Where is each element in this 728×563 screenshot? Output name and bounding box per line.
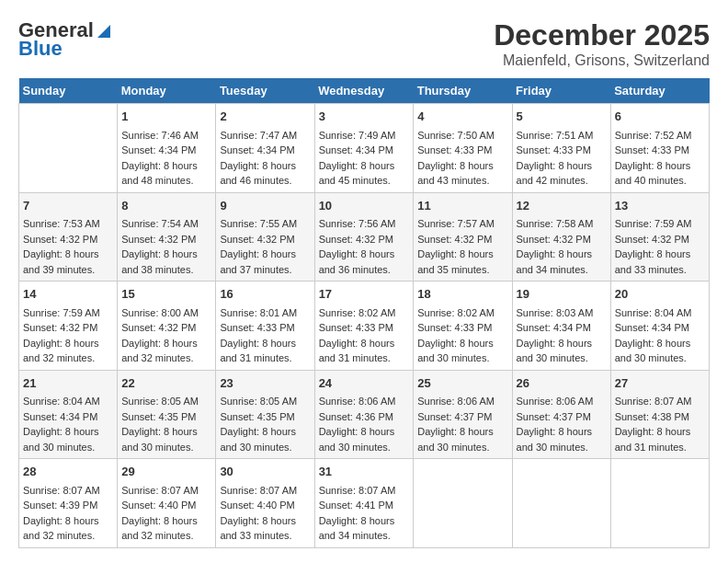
calendar-week-row: 28Sunrise: 8:07 AMSunset: 4:39 PMDayligh… [19, 459, 710, 548]
day-number: 23 [220, 374, 310, 393]
calendar-week-row: 14Sunrise: 7:59 AMSunset: 4:32 PMDayligh… [19, 282, 710, 371]
calendar-cell: 11Sunrise: 7:57 AMSunset: 4:32 PMDayligh… [414, 192, 512, 282]
day-info-line: and 37 minutes. [220, 262, 310, 278]
day-info-line: Daylight: 8 hours [517, 424, 607, 440]
day-info-line: and 36 minutes. [319, 262, 410, 278]
day-info-line: Sunrise: 7:49 AM [319, 128, 410, 144]
day-info-line: Sunrise: 8:07 AM [220, 483, 310, 499]
day-info-line: and 32 minutes. [121, 350, 211, 366]
calendar-cell: 17Sunrise: 8:02 AMSunset: 4:33 PMDayligh… [314, 282, 414, 371]
day-info-line: Sunset: 4:37 PM [517, 409, 607, 425]
calendar-week-row: 7Sunrise: 7:53 AMSunset: 4:32 PMDaylight… [19, 192, 710, 282]
day-info-line: Sunset: 4:33 PM [517, 143, 607, 158]
logo: General Blue [18, 18, 112, 61]
day-number: 26 [517, 374, 607, 393]
day-info-line: Daylight: 8 hours [517, 336, 607, 351]
day-number: 2 [220, 108, 310, 126]
day-number: 22 [121, 374, 211, 393]
day-info-line: Sunset: 4:40 PM [121, 498, 211, 513]
day-info-line: Sunrise: 7:50 AM [417, 128, 507, 144]
day-info-line: Sunset: 4:34 PM [615, 320, 705, 336]
day-info-line: Sunrise: 8:02 AM [319, 305, 410, 321]
weekday-header: Saturday [610, 78, 709, 104]
day-info-line: Sunrise: 7:55 AM [220, 216, 310, 232]
calendar-cell: 12Sunrise: 7:58 AMSunset: 4:32 PMDayligh… [512, 192, 610, 282]
calendar-cell: 23Sunrise: 8:05 AMSunset: 4:35 PMDayligh… [216, 370, 314, 459]
day-number: 8 [121, 197, 211, 215]
day-info-line: and 30 minutes. [615, 350, 705, 366]
day-number: 3 [319, 108, 410, 126]
day-info-line: and 46 minutes. [220, 173, 310, 189]
calendar-cell [19, 104, 118, 193]
calendar-cell: 29Sunrise: 8:07 AMSunset: 4:40 PMDayligh… [118, 459, 216, 548]
day-info-line: Sunrise: 8:04 AM [23, 394, 113, 409]
day-info-line: Sunrise: 7:57 AM [417, 216, 507, 232]
day-info-line: Daylight: 8 hours [615, 424, 705, 440]
calendar-cell: 31Sunrise: 8:07 AMSunset: 4:41 PMDayligh… [314, 459, 414, 548]
day-info-line: Daylight: 8 hours [23, 424, 113, 440]
day-info-line: Daylight: 8 hours [319, 158, 410, 174]
calendar-cell: 27Sunrise: 8:07 AMSunset: 4:38 PMDayligh… [610, 370, 709, 459]
day-info-line: Sunset: 4:32 PM [220, 232, 310, 247]
day-info-line: Sunrise: 8:07 AM [121, 483, 211, 499]
day-number: 30 [220, 463, 310, 481]
day-info-line: Sunset: 4:33 PM [417, 320, 507, 336]
calendar-week-row: 1Sunrise: 7:46 AMSunset: 4:34 PMDaylight… [19, 104, 710, 193]
day-number: 7 [23, 197, 113, 215]
day-info-line: and 32 minutes. [121, 528, 211, 544]
day-info-line: Sunrise: 8:02 AM [417, 305, 507, 321]
day-info-line: and 33 minutes. [615, 262, 705, 278]
day-info-line: Sunset: 4:35 PM [220, 409, 310, 425]
day-number: 25 [417, 374, 507, 393]
day-info-line: and 32 minutes. [23, 350, 113, 366]
day-info-line: Daylight: 8 hours [417, 247, 507, 262]
day-info-line: Daylight: 8 hours [121, 424, 211, 440]
svg-marker-0 [97, 25, 110, 38]
day-info-line: Daylight: 8 hours [220, 424, 310, 440]
weekday-header: Thursday [414, 78, 512, 104]
calendar-cell: 16Sunrise: 8:01 AMSunset: 4:33 PMDayligh… [216, 282, 314, 371]
day-info-line: Daylight: 8 hours [23, 336, 113, 351]
calendar-table: SundayMondayTuesdayWednesdayThursdayFrid… [18, 78, 710, 548]
day-info-line: Sunset: 4:37 PM [417, 409, 507, 425]
day-number: 21 [23, 374, 113, 393]
day-number: 16 [220, 285, 310, 304]
day-info-line: Daylight: 8 hours [319, 513, 410, 529]
day-info-line: Sunrise: 8:05 AM [220, 394, 310, 409]
day-number: 9 [220, 197, 310, 215]
month-title: December 2025 [494, 18, 710, 52]
day-info-line: and 35 minutes. [417, 262, 507, 278]
day-info-line: and 40 minutes. [615, 173, 705, 189]
day-info-line: Sunrise: 8:07 AM [319, 483, 410, 499]
day-number: 5 [517, 108, 607, 126]
calendar-cell: 14Sunrise: 7:59 AMSunset: 4:32 PMDayligh… [19, 282, 118, 371]
calendar-week-row: 21Sunrise: 8:04 AMSunset: 4:34 PMDayligh… [19, 370, 710, 459]
day-info-line: Daylight: 8 hours [517, 158, 607, 174]
day-info-line: Daylight: 8 hours [319, 424, 410, 440]
day-info-line: and 30 minutes. [517, 350, 607, 366]
day-number: 12 [517, 197, 607, 215]
day-info-line: Daylight: 8 hours [23, 247, 113, 262]
calendar-cell: 2Sunrise: 7:47 AMSunset: 4:34 PMDaylight… [216, 104, 314, 193]
day-info-line: and 33 minutes. [220, 528, 310, 544]
day-info-line: Sunset: 4:32 PM [319, 232, 410, 247]
calendar-cell: 9Sunrise: 7:55 AMSunset: 4:32 PMDaylight… [216, 192, 314, 282]
day-info-line: Sunset: 4:34 PM [517, 320, 607, 336]
day-info-line: and 34 minutes. [517, 262, 607, 278]
calendar-cell: 21Sunrise: 8:04 AMSunset: 4:34 PMDayligh… [19, 370, 118, 459]
calendar-cell [512, 459, 610, 548]
day-info-line: Sunrise: 8:03 AM [517, 305, 607, 321]
day-info-line: Daylight: 8 hours [220, 247, 310, 262]
day-number: 27 [615, 374, 705, 393]
day-info-line: and 42 minutes. [517, 173, 607, 189]
day-info-line: Sunset: 4:34 PM [121, 143, 211, 158]
day-info-line: Sunrise: 8:06 AM [319, 394, 410, 409]
day-info-line: Daylight: 8 hours [615, 336, 705, 351]
day-number: 28 [23, 463, 113, 481]
day-number: 4 [417, 108, 507, 126]
day-info-line: Sunset: 4:38 PM [615, 409, 705, 425]
page-header: General Blue December 2025 Maienfeld, Gr… [18, 18, 710, 69]
calendar-cell: 25Sunrise: 8:06 AMSunset: 4:37 PMDayligh… [414, 370, 512, 459]
day-info-line: Sunset: 4:40 PM [220, 498, 310, 513]
day-info-line: Sunset: 4:32 PM [517, 232, 607, 247]
